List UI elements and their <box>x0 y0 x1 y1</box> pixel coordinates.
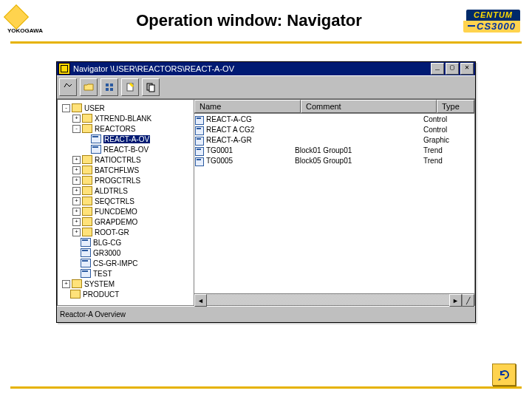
tree-item[interactable]: REACT-B-OV <box>59 144 192 154</box>
list-row[interactable]: REACT-A-GRGraphic <box>194 136 474 146</box>
resize-grip[interactable]: ╱ <box>462 294 474 307</box>
status-bar: Reactor-A Overview <box>57 306 475 322</box>
tree-item[interactable]: -USER <box>59 103 192 113</box>
logo-bottom: CS3000 <box>463 21 520 33</box>
tree-item[interactable]: TEST <box>59 268 192 279</box>
expand-toggle[interactable]: + <box>62 280 70 288</box>
svg-rect-3 <box>110 88 113 91</box>
scroll-left-button[interactable]: ◄ <box>194 294 207 307</box>
title-bar[interactable]: Navigator \USER\REACTORS\REACT-A-OV _ ▢ … <box>57 62 475 75</box>
tree-view-pane[interactable]: -USER+XTREND-BLANK-REACTORSREACT-A-OVREA… <box>57 99 194 306</box>
folder-icon <box>82 217 92 226</box>
tree-item-label: FUNCDEMO <box>95 208 137 216</box>
svg-rect-1 <box>110 83 113 86</box>
expand-toggle[interactable]: - <box>62 104 70 112</box>
diamond-icon <box>4 4 29 30</box>
tree-item[interactable]: +SYSTEM <box>59 279 192 289</box>
list-row[interactable]: TG0005Block05 Group01Trend <box>194 157 474 167</box>
tree-item-label: BLG-CG <box>93 239 121 247</box>
tree-item-label: PRODUCT <box>83 290 119 299</box>
item-icon <box>91 145 101 154</box>
cell-comment: Block05 Group01 <box>292 157 420 167</box>
tree-item[interactable]: BLG-CG <box>59 237 192 248</box>
expand-toggle[interactable]: + <box>72 115 81 123</box>
expand-toggle[interactable]: + <box>72 208 81 216</box>
expand-toggle[interactable]: - <box>72 125 81 133</box>
toolbar-button-1[interactable] <box>59 78 77 96</box>
column-header-name[interactable]: Name <box>194 100 301 113</box>
tree-item-label: SEQCTRLS <box>95 197 134 205</box>
logo-top: CENTUM <box>466 10 520 21</box>
expand-toggle[interactable]: + <box>72 228 81 236</box>
tree-item[interactable]: +SEQCTRLS <box>59 196 192 206</box>
toolbar-copy-button[interactable] <box>142 78 160 96</box>
list-header: Name Comment Type <box>194 100 474 114</box>
expand-toggle[interactable]: + <box>72 197 81 205</box>
tree-item-label: ROOT-GR <box>95 228 129 236</box>
list-row[interactable]: REACT A CG2Control <box>194 126 474 136</box>
tree-item-label: RATIOCTRLS <box>95 156 141 164</box>
tree-item[interactable]: CS-GR-IMPC <box>59 258 192 268</box>
cell-name: TG0001 <box>205 146 292 157</box>
tree-item-label: REACTORS <box>95 125 135 133</box>
toolbar-new-item-button[interactable] <box>121 78 139 96</box>
tree-item-label: REACT-A-OV <box>103 135 150 143</box>
tree-item[interactable]: +PROGCTRLS <box>59 175 192 185</box>
tree-item[interactable]: GR3000 <box>59 248 192 258</box>
item-icon <box>81 238 91 247</box>
tree-item-label: XTREND-BLANK <box>95 115 151 123</box>
tree-item[interactable]: +RATIOCTRLS <box>59 154 192 165</box>
cell-type: Graphic <box>420 136 474 146</box>
folder-icon <box>82 197 92 205</box>
cell-comment <box>292 115 420 126</box>
cell-type: Control <box>420 115 474 126</box>
minimize-button[interactable]: _ <box>431 63 444 75</box>
list-row[interactable]: REACT-A-CGControl <box>194 115 474 126</box>
tree-item-label: REACT-B-OV <box>103 146 149 154</box>
expand-toggle[interactable]: + <box>72 156 81 164</box>
folder-icon <box>82 228 92 236</box>
tree-item[interactable]: +ALDTRLS <box>59 185 192 196</box>
horizontal-scrollbar[interactable]: ◄ ► ╱ <box>194 293 474 305</box>
status-text: Reactor-A Overview <box>60 310 126 318</box>
column-header-comment[interactable]: Comment <box>301 100 437 113</box>
expand-toggle[interactable]: + <box>72 177 81 185</box>
cell-name: REACT-A-GR <box>205 136 292 146</box>
navigator-window: Navigator \USER\REACTORS\REACT-A-OV _ ▢ … <box>56 61 476 323</box>
app-icon <box>58 63 70 75</box>
footer-divider <box>10 386 522 389</box>
vendor-logo: YOKOGAWA <box>0 8 66 34</box>
tree-item[interactable]: PRODUCT <box>59 289 192 299</box>
slide-header: YOKOGAWA Operation window: Navigator CEN… <box>0 0 532 41</box>
list-rows[interactable]: REACT-A-CGControlREACT A CG2ControlREACT… <box>194 114 474 293</box>
toolbar-open-folder-button[interactable] <box>80 78 98 96</box>
scroll-right-button[interactable]: ► <box>449 294 462 307</box>
cell-type: Trend <box>420 157 474 167</box>
expand-toggle[interactable]: + <box>72 166 81 174</box>
tree-item[interactable]: +BATCHFLWS <box>59 165 192 175</box>
folder-icon <box>82 166 92 174</box>
toolbar-view-button[interactable] <box>100 78 118 96</box>
tree-item-label: SYSTEM <box>84 280 115 288</box>
folder-icon <box>82 114 92 123</box>
scroll-track[interactable] <box>207 294 449 305</box>
tree-item-label: CS-GR-IMPC <box>93 259 138 267</box>
tree-item[interactable]: +ROOT-GR <box>59 227 192 237</box>
tree-item[interactable]: +FUNCDEMO <box>59 206 192 216</box>
tree-item[interactable]: +XTREND-BLANK <box>59 113 192 123</box>
folder-icon <box>82 155 92 164</box>
list-row[interactable]: TG0001Block01 Group01Trend <box>194 146 474 157</box>
svg-rect-6 <box>149 85 154 92</box>
column-header-type[interactable]: Type <box>437 100 474 113</box>
return-button[interactable] <box>492 364 516 386</box>
expand-toggle[interactable]: + <box>72 187 81 195</box>
tree-item[interactable]: REACT-A-OV <box>59 134 192 144</box>
slide-footer <box>0 386 532 389</box>
cell-type: Trend <box>420 146 474 157</box>
maximize-button[interactable]: ▢ <box>446 63 459 75</box>
tree-item[interactable]: -REACTORS <box>59 123 192 134</box>
tree-item[interactable]: +GRAPDEMO <box>59 216 192 227</box>
expand-toggle[interactable]: + <box>72 218 81 226</box>
close-button[interactable]: ✕ <box>460 63 474 75</box>
tree-item-label: PROGCTRLS <box>95 177 140 185</box>
